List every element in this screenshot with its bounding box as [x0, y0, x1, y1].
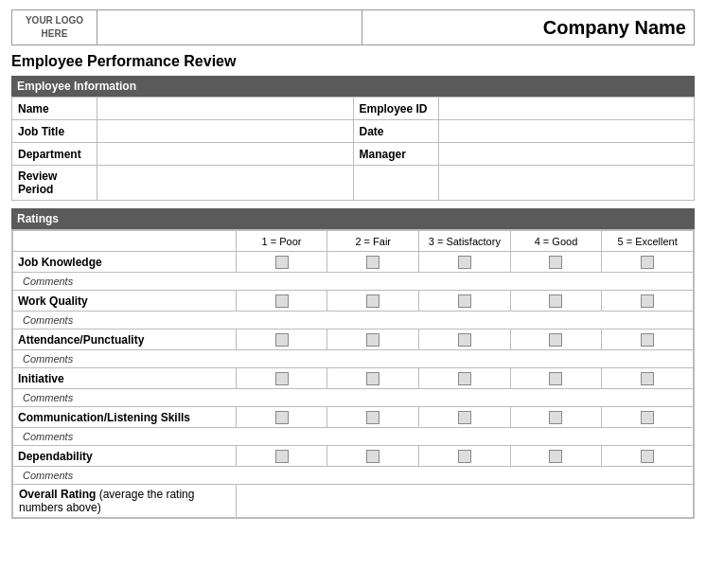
checkbox-jk-4[interactable]	[549, 256, 562, 269]
label-name: Name	[12, 98, 97, 120]
cb-jk-2[interactable]	[327, 252, 419, 273]
row-dependability: Dependability	[13, 446, 694, 467]
col-header-3: 3 = Satisfactory	[419, 231, 511, 252]
comments-dep[interactable]: Comments	[13, 467, 694, 485]
checkbox-dep-2[interactable]	[366, 450, 379, 463]
checkbox-ap-5[interactable]	[641, 333, 654, 347]
cb-cl-4[interactable]	[510, 407, 602, 428]
cb-in-4[interactable]	[510, 368, 602, 389]
checkbox-wq-3[interactable]	[458, 294, 471, 308]
cb-cl-2[interactable]	[327, 407, 419, 428]
value-date[interactable]	[438, 120, 694, 143]
checkbox-dep-3[interactable]	[458, 450, 471, 463]
cb-ap-1[interactable]	[236, 330, 327, 350]
checkbox-dep-5[interactable]	[641, 450, 654, 463]
cb-dep-1[interactable]	[236, 446, 327, 467]
checkbox-cl-1[interactable]	[275, 411, 289, 424]
cb-ap-2[interactable]	[327, 330, 419, 350]
cb-in-1[interactable]	[236, 368, 327, 389]
cb-in-2[interactable]	[327, 368, 419, 389]
checkbox-wq-2[interactable]	[366, 294, 379, 308]
cb-dep-4[interactable]	[510, 446, 602, 467]
logo-cell: YOUR LOGO HERE	[12, 10, 97, 45]
checkbox-dep-4[interactable]	[549, 450, 562, 463]
comments-jk[interactable]: Comments	[13, 273, 694, 291]
checkbox-ap-2[interactable]	[366, 333, 379, 347]
label-overall-rating: Overall Rating (average the rating numbe…	[13, 485, 237, 518]
cb-wq-1[interactable]	[236, 291, 327, 312]
value-overall[interactable]	[236, 485, 693, 518]
row-overall-rating: Overall Rating (average the rating numbe…	[13, 485, 694, 518]
checkbox-cl-4[interactable]	[549, 411, 562, 424]
cb-cl-5[interactable]	[602, 407, 694, 428]
checkbox-wq-4[interactable]	[549, 294, 562, 308]
checkbox-jk-1[interactable]	[275, 256, 289, 269]
label-communication: Communication/Listening Skills	[13, 407, 237, 428]
label-review-period: Review Period	[12, 166, 97, 201]
cb-wq-5[interactable]	[602, 291, 694, 312]
cb-wq-4[interactable]	[510, 291, 602, 312]
value-employee-id[interactable]	[438, 98, 694, 120]
checkbox-cl-3[interactable]	[458, 411, 471, 424]
checkbox-ap-4[interactable]	[549, 333, 562, 347]
comments-row-work-quality: Comments	[13, 312, 694, 330]
cb-ap-4[interactable]	[510, 330, 602, 350]
cb-jk-3[interactable]	[419, 252, 511, 273]
ratings-outer: 1 = Poor 2 = Fair 3 = Satisfactory 4 = G…	[11, 229, 695, 519]
value-review-period[interactable]	[97, 166, 353, 201]
value-manager[interactable]	[438, 143, 694, 166]
checkbox-cl-5[interactable]	[641, 411, 654, 424]
ratings-table: 1 = Poor 2 = Fair 3 = Satisfactory 4 = G…	[12, 230, 694, 518]
info-row-name: Name Employee ID	[12, 98, 695, 120]
checkbox-in-5[interactable]	[641, 372, 654, 385]
checkbox-ap-1[interactable]	[275, 333, 289, 347]
cb-in-5[interactable]	[602, 368, 694, 389]
value-department[interactable]	[97, 143, 353, 166]
cb-dep-5[interactable]	[602, 446, 694, 467]
comments-row-attendance: Comments	[13, 350, 694, 368]
cb-dep-3[interactable]	[419, 446, 511, 467]
company-name: Company Name	[362, 10, 695, 45]
checkbox-in-1[interactable]	[275, 372, 289, 385]
comments-wq[interactable]: Comments	[13, 312, 694, 330]
row-attendance: Attendance/Punctuality	[13, 330, 694, 350]
comments-cl[interactable]: Comments	[13, 428, 694, 446]
cb-ap-5[interactable]	[602, 330, 694, 350]
cb-in-3[interactable]	[419, 368, 511, 389]
checkbox-in-3[interactable]	[458, 372, 471, 385]
cb-jk-5[interactable]	[602, 252, 694, 273]
employee-info-table: Name Employee ID Job Title Date Departme…	[11, 97, 695, 201]
cb-wq-2[interactable]	[327, 291, 419, 312]
label-dependability: Dependability	[13, 446, 237, 467]
label-empty	[353, 166, 438, 201]
cb-cl-1[interactable]	[236, 407, 327, 428]
checkbox-jk-3[interactable]	[458, 256, 471, 269]
cb-cl-3[interactable]	[419, 407, 511, 428]
label-employee-id: Employee ID	[353, 98, 438, 120]
cb-jk-4[interactable]	[510, 252, 602, 273]
checkbox-wq-5[interactable]	[641, 294, 654, 308]
checkbox-in-4[interactable]	[549, 372, 562, 385]
comments-in[interactable]: Comments	[13, 389, 694, 407]
checkbox-wq-1[interactable]	[275, 294, 289, 308]
checkbox-jk-5[interactable]	[641, 256, 654, 269]
info-row-department: Department Manager	[12, 143, 695, 166]
value-job-title[interactable]	[97, 120, 353, 143]
cb-ap-3[interactable]	[419, 330, 511, 350]
employee-info-header: Employee Information	[11, 76, 695, 97]
cb-dep-2[interactable]	[327, 446, 419, 467]
comments-ap[interactable]: Comments	[13, 350, 694, 368]
label-job-title: Job Title	[12, 120, 97, 143]
value-name[interactable]	[97, 98, 353, 120]
page: YOUR LOGO HERE Company Name Employee Per…	[0, 0, 706, 528]
checkbox-in-2[interactable]	[366, 372, 379, 385]
cb-jk-1[interactable]	[236, 252, 327, 273]
comments-row-dependability: Comments	[13, 467, 694, 485]
label-work-quality: Work Quality	[13, 291, 237, 312]
checkbox-cl-2[interactable]	[366, 411, 379, 424]
checkbox-ap-3[interactable]	[458, 333, 471, 347]
cb-wq-3[interactable]	[419, 291, 511, 312]
checkbox-dep-1[interactable]	[275, 450, 289, 463]
checkbox-jk-2[interactable]	[366, 256, 379, 269]
header-middle	[97, 10, 362, 45]
